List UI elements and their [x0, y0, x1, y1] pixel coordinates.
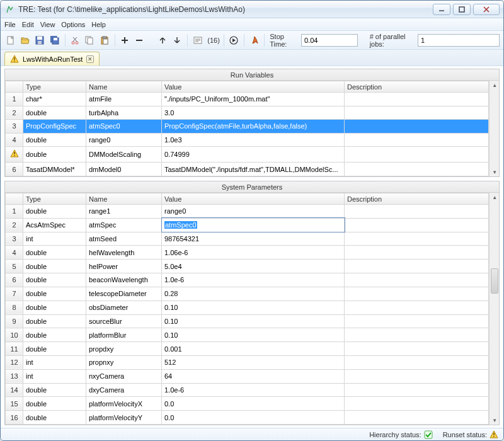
cell-name[interactable]: DMModelScaling [86, 147, 162, 163]
table-row[interactable]: 3intatmSeed987654321 [6, 232, 489, 246]
row-number[interactable]: 14 [6, 383, 23, 397]
cell-name[interactable]: dmModel0 [86, 163, 162, 176]
cell-desc[interactable] [345, 383, 489, 397]
move-up-button[interactable] [156, 33, 168, 47]
row-number[interactable]: 4 [6, 133, 23, 147]
row-number[interactable]: 6 [6, 163, 23, 176]
cell-value[interactable]: 0.10 [162, 314, 345, 328]
cell-value[interactable]: range0 [162, 205, 345, 219]
run-button[interactable] [228, 33, 240, 47]
cell-name[interactable]: helWavelength [86, 246, 162, 260]
cell-value[interactable]: 3.0 [162, 106, 345, 120]
cell-type[interactable]: double [23, 260, 86, 273]
scroll-thumb[interactable] [491, 268, 498, 294]
cell-name[interactable]: atmFile [86, 93, 162, 106]
cell-desc[interactable] [345, 133, 489, 147]
cell-value[interactable]: 5.0e4 [162, 260, 345, 273]
column-header[interactable]: Value [162, 193, 345, 205]
add-button[interactable] [118, 33, 130, 47]
cell-desc[interactable] [345, 106, 489, 120]
cell-desc[interactable] [345, 246, 489, 260]
cell-name[interactable]: atmSeed [86, 232, 162, 246]
row-number[interactable]: 3 [6, 232, 23, 246]
cell-value[interactable]: 64 [162, 369, 345, 383]
cell-value[interactable]: TasatDMModel("./inputs/fdf.mat",TDMALL,D… [162, 163, 345, 176]
row-number[interactable]: 16 [6, 411, 23, 425]
cell-type[interactable]: double [23, 147, 86, 163]
cell-type[interactable]: double [23, 397, 86, 411]
cell-type[interactable]: double [23, 273, 86, 287]
close-button[interactable] [473, 4, 500, 15]
scroll-down-icon[interactable]: ▼ [490, 416, 499, 425]
stop-time-input[interactable] [301, 34, 358, 47]
cell-type[interactable]: double [23, 106, 86, 120]
cell-name[interactable]: platformBlur [86, 328, 162, 342]
row-number[interactable]: 11 [6, 342, 23, 356]
cell-desc[interactable] [345, 120, 489, 134]
cell-name[interactable]: dxyCamera [86, 383, 162, 397]
run-variables-grid[interactable]: Type Name Value Description 1char*atmFil… [5, 81, 489, 176]
table-row[interactable]: 1char*atmFile"./inputs/PC_Uniform_1000m.… [6, 93, 489, 106]
cell-desc[interactable] [345, 397, 489, 411]
table-row[interactable]: 12intpropnxy512 [6, 355, 489, 369]
cell-type[interactable]: int [23, 232, 86, 246]
cell-value[interactable]: 1.0e-6 [162, 383, 345, 397]
cell-desc[interactable] [345, 147, 489, 163]
cell-name[interactable]: beaconWavelength [86, 273, 162, 287]
scroll-down-icon[interactable]: ▼ [490, 168, 499, 176]
cell-type[interactable]: double [23, 301, 86, 314]
cell-type[interactable]: double [23, 133, 86, 147]
cell-type[interactable]: double [23, 328, 86, 342]
remove-button[interactable] [134, 33, 146, 47]
cell-name[interactable]: helPower [86, 260, 162, 273]
cell-desc[interactable] [345, 328, 489, 342]
cell-value[interactable]: 987654321 [162, 232, 345, 246]
cell-desc[interactable] [345, 355, 489, 369]
cell-desc[interactable] [345, 411, 489, 425]
cell-value[interactable]: 1.0e-6 [162, 273, 345, 287]
matlab-button[interactable] [248, 33, 260, 47]
cell-name[interactable]: atmSpec [86, 218, 162, 232]
row-number[interactable]: 5 [6, 260, 23, 273]
cell-value[interactable]: 0.28 [162, 287, 345, 301]
table-row[interactable]: 6doublebeaconWavelength1.0e-6 [6, 273, 489, 287]
table-row[interactable]: 4doublehelWavelength1.06e-6 [6, 246, 489, 260]
cell-value[interactable]: 0.0 [162, 397, 345, 411]
cell-type[interactable]: char* [23, 93, 86, 106]
vertical-scrollbar[interactable]: ▲ ▼ [489, 193, 499, 425]
cell-name[interactable]: nxyCamera [86, 369, 162, 383]
cell-name[interactable]: range1 [86, 205, 162, 219]
menu-file[interactable]: File [4, 21, 16, 28]
cell-value[interactable]: 1.0e3 [162, 133, 345, 147]
macro-button[interactable] [192, 33, 203, 47]
paste-button[interactable] [98, 33, 110, 47]
menu-view[interactable]: View [40, 21, 55, 28]
column-header[interactable]: Name [86, 193, 162, 205]
menu-edit[interactable]: Edit [22, 21, 34, 28]
parallel-jobs-input[interactable] [418, 34, 500, 47]
table-row[interactable]: 16doubleplatformVelocityY0.0 [6, 411, 489, 425]
cell-type[interactable]: int [23, 369, 86, 383]
cell-desc[interactable] [345, 232, 489, 246]
cell-type[interactable]: double [23, 314, 86, 328]
maximize-button[interactable] [453, 4, 471, 15]
cell-value[interactable]: 0.0 [162, 411, 345, 425]
save-button[interactable] [34, 33, 46, 47]
cell-name[interactable]: propdxy [86, 342, 162, 356]
row-number[interactable]: 4 [6, 246, 23, 260]
cell-value[interactable]: atmSpec0 [162, 218, 345, 232]
cell-desc[interactable] [345, 301, 489, 314]
table-row[interactable]: 4doublerange01.0e3 [6, 133, 489, 147]
cell-desc[interactable] [345, 342, 489, 356]
menu-help[interactable]: Help [91, 21, 106, 28]
table-row[interactable]: 2doubleturbAlpha3.0 [6, 106, 489, 120]
table-row[interactable]: 11doublepropdxy0.001 [6, 342, 489, 356]
cell-name[interactable]: propnxy [86, 355, 162, 369]
cell-type[interactable]: double [23, 383, 86, 397]
row-number[interactable]: 2 [6, 106, 23, 120]
table-row[interactable]: 6TasatDMModel*dmModel0TasatDMModel("./in… [6, 163, 489, 176]
table-row[interactable]: 5doublehelPower5.0e4 [6, 260, 489, 273]
cell-desc[interactable] [345, 93, 489, 106]
column-header[interactable]: Type [23, 81, 86, 93]
cell-name[interactable]: atmSpec0 [86, 120, 162, 134]
